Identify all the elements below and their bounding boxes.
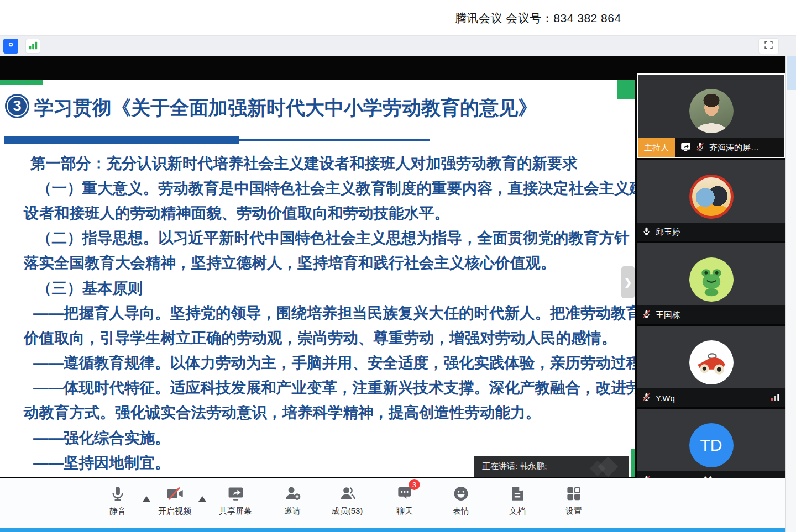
chat-bubble-icon: 3 [396,483,413,503]
avatar [689,89,734,133]
fullscreen-button[interactable] [758,38,779,54]
participant-namebar: QCOM-RTI ✕ [637,471,785,478]
slide-line: 落实全国教育大会精神，坚持立德树人，坚持培育和践行社会主义核心价值观。 [0,251,635,276]
participant-name: 邱玉婷 [656,227,680,238]
frog-avatar-icon [694,262,729,297]
x-overlay-glyph: ✕ [703,473,713,478]
chat-button[interactable]: 3 聊天 [396,483,413,517]
meeting-title: 腾讯会议 会议号：834 382 864 [455,10,621,26]
participant-tile[interactable]: TD QCOM-RTI ✕ [637,409,785,478]
chevron-right-icon: ❯ [624,277,632,288]
mute-button[interactable]: 静音 [109,483,127,517]
control-strip: 24:41 [0,35,796,56]
docs-button[interactable]: 文档 [509,483,526,517]
document-icon [509,483,526,503]
participant-tile[interactable]: 邱玉婷 [637,160,785,241]
screenshare-border-strip [0,528,785,532]
slide-green-accent-topright [617,80,635,99]
participants-sidebar: 主持人 齐海涛的屏… 邱玉婷 [637,56,785,478]
network-poor-icon [770,392,781,403]
mic-muted-icon [642,392,651,403]
desktop-background-strip [785,56,796,532]
camera-off-icon [166,483,184,503]
slide-line: ——强化综合实施。 [0,425,635,450]
mic-muted-icon [695,142,705,153]
screen-share-icon [680,141,691,154]
participant-namebar: Y.Wq [637,388,785,407]
participant-namebar: 王国栋 [637,305,785,324]
meeting-main-area: 3 学习贯彻《关于全面加强新时代大中小学劳动教育的意见》 第一部分：充分认识新时… [0,56,796,478]
participant-name: 齐海涛的屏… [709,143,759,153]
slide-green-accent-topleft [0,80,43,85]
meeting-security-button[interactable] [3,39,18,54]
avatar-initials: TD [689,423,734,467]
network-quality-button[interactable] [25,39,40,54]
slide-line: （三）基本原则 [0,276,635,301]
participant-namebar: 邱玉婷 [637,223,785,241]
smiley-icon [453,483,470,503]
mic-muted-icon [642,309,651,320]
fullscreen-icon [763,40,774,52]
slide-line: ——遵循教育规律。以体力劳动为主，手脑并用、安全适度，强化实践体验，亲历劳动过程… [0,351,635,376]
slide-section-number: 3 [5,94,29,118]
slide-line: （一）重大意义。劳动教育是中国特色社会主义教育制度的重要内容，直接决定社会主义建 [0,176,635,201]
participant-namebar: 主持人 齐海涛的屏… [638,138,784,157]
slide-line: 第一部分：充分认识新时代培养社会主义建设者和接班人对加强劳动教育的新要求 [0,151,635,176]
desktop-window-fragment [787,56,796,90]
mic-on-icon [642,227,651,238]
active-speaker-toast: 正在讲话: 韩永鹏; [474,456,629,477]
slide-line: （二）指导思想。以习近平新时代中国特色社会主义思想为指导，全面贯彻党的教育方针， [0,226,635,251]
toy-car-avatar-icon [694,345,729,380]
avatar [689,175,734,219]
settings-button[interactable]: 设置 [565,483,583,517]
invite-button[interactable]: 邀请 [284,483,301,517]
share-screen-button[interactable]: 共享屏幕 [219,483,252,517]
slide-title: 学习贯彻《关于全面加强新时代大中小学劳动教育的意见》 [34,95,537,121]
members-icon [339,483,356,503]
slide-line: 设者和接班人的劳动精神面貌、劳动价值取向和劳动技能水平。 [0,201,635,225]
active-speaker-text: 正在讲话: 韩永鹏; [482,461,547,472]
video-options-arrow[interactable] [198,496,206,502]
participant-tile[interactable]: 王国栋 [637,243,785,324]
invite-person-icon [284,483,301,503]
participant-tile-host[interactable]: 主持人 齐海涛的屏… [637,73,785,158]
share-screen-icon [227,483,244,503]
signal-bars-icon [28,40,38,52]
shared-screen-slide: 3 学习贯彻《关于全面加强新时代大中小学劳动教育的意见》 第一部分：充分认识新时… [0,80,635,477]
participant-name: 王国栋 [656,310,680,320]
avatar [689,340,734,384]
slide-title-underline [4,136,430,144]
avatar [689,257,734,302]
slide-body-text: 第一部分：充分认识新时代培养社会主义建设者和接班人对加强劳动教育的新要求 （一）… [0,151,635,475]
start-video-button[interactable]: 开启视频 [158,483,191,517]
slide-line: ——把握育人导向。坚持党的领导，围绕培养担当民族复兴大任的时代新人。把准劳动教育 [0,301,635,325]
slide-line: ——体现时代特征。适应科技发展和产业变革，注重新兴技术支撑。深化产教融合，改进劳 [0,376,635,401]
participant-tile[interactable]: Y.Wq [637,326,785,407]
shield-plus-icon [6,40,16,52]
host-badge: 主持人 [638,138,675,157]
slide-line: 价值取向，引导学生树立正确的劳动观，崇尚劳动、尊重劳动，增强对劳动人民的感情。 [0,325,635,350]
apps-grid-icon [565,483,583,503]
mic-options-arrow[interactable] [143,496,150,502]
members-button[interactable]: 成员(53) [332,483,363,517]
bottom-toolbar: 静音 开启视频 共享屏幕 邀请 成员(53) [0,478,785,528]
microphone-icon [109,483,127,503]
window-title-bar: 腾讯会议 会议号：834 382 864 [0,0,796,35]
tencent-meeting-window: 腾讯会议 会议号：834 382 864 24:41 3 学习贯彻 [0,0,796,532]
chat-unread-badge: 3 [409,479,420,490]
participant-name: Y.Wq [656,393,675,403]
sidebar-collapse-handle[interactable]: ❯ [621,266,635,298]
slide-line: 动教育方式。强化诚实合法劳动意识，培养科学精神，提高创造性劳动能力。 [0,401,635,425]
emoji-button[interactable]: 表情 [453,483,470,517]
